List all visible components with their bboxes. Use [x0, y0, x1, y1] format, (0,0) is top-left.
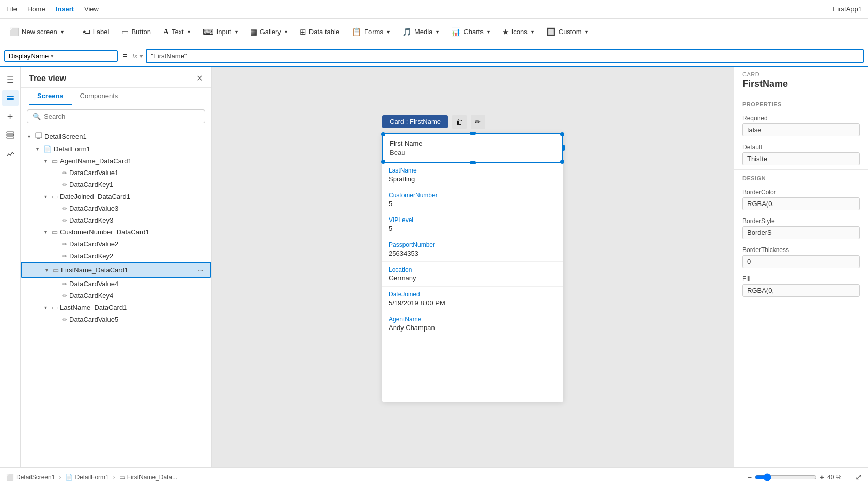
- expand-button[interactable]: ⤢: [855, 472, 862, 482]
- tree-node-lastname-dc1[interactable]: ▾ ▭ LastName_DataCard1: [21, 302, 211, 313]
- text-button[interactable]: A Text: [158, 22, 195, 42]
- field-node-icon: ✏: [62, 292, 67, 300]
- resize-handle-top[interactable]: [470, 132, 476, 135]
- tree-node-label-date-joined: DateJoined_DataCard1: [60, 193, 207, 200]
- breadcrumb-detail-form-1[interactable]: 📄 DetailForm1: [65, 474, 109, 481]
- card-node-icon: ▭: [52, 228, 58, 236]
- label-button[interactable]: 🏷 Label: [78, 22, 115, 42]
- svg-rect-0: [7, 96, 14, 97]
- new-screen-icon: ⬜: [9, 27, 19, 37]
- props-borderstyle-value[interactable]: BorderS: [742, 226, 860, 239]
- resize-handle-bl[interactable]: [381, 160, 385, 164]
- field-value-customernumber: 5: [389, 200, 557, 208]
- breadcrumb-detail-screen-1[interactable]: ⬜ DetailScreen1: [6, 474, 55, 481]
- breadcrumb-form-icon: 📄: [65, 474, 73, 481]
- tree-node-dck3[interactable]: ✏ DataCardKey3: [21, 214, 211, 226]
- sidebar-add-icon[interactable]: +: [2, 108, 19, 125]
- menu-file[interactable]: File: [6, 5, 17, 13]
- formula-fx-label: fx: [132, 52, 137, 60]
- resize-handle-tl[interactable]: [381, 132, 385, 136]
- charts-icon: 📊: [451, 27, 461, 37]
- props-required-value[interactable]: false: [742, 123, 860, 136]
- formula-property-selector[interactable]: DisplayName ▾: [4, 50, 118, 62]
- tree-node-more-button[interactable]: ···: [194, 265, 206, 275]
- search-input[interactable]: [44, 113, 199, 120]
- custom-button[interactable]: 🔲 Custom: [541, 22, 593, 42]
- tree-node-dcv1[interactable]: ✏ DataCardValue1: [21, 167, 211, 179]
- svg-rect-6: [36, 133, 42, 138]
- tree-node-label-dck3: DataCardKey3: [69, 216, 207, 224]
- card-edit-button[interactable]: ✏: [471, 115, 485, 129]
- tree-node-dcv3[interactable]: ✏ DataCardValue3: [21, 202, 211, 214]
- resize-handle-bottom[interactable]: [470, 161, 476, 164]
- forms-button[interactable]: 📋 Forms: [347, 22, 395, 42]
- canvas-field-customernumber: CustomerNumber 5: [382, 187, 563, 212]
- tree-node-label-dcv3: DataCardValue3: [69, 205, 207, 212]
- data-table-button[interactable]: ⊞ Data table: [295, 22, 345, 42]
- tree-node-dck1[interactable]: ✏ DataCardKey1: [21, 179, 211, 191]
- resize-handle-tr[interactable]: [560, 132, 564, 136]
- tree-node-firstname-dc1[interactable]: ▾ ▭ FirstName_DataCard1 ···: [21, 262, 211, 278]
- zoom-minus-button[interactable]: −: [748, 473, 752, 481]
- formula-dropdown-icon[interactable]: ▾: [139, 52, 143, 60]
- tree-node-dcv2[interactable]: ✏ DataCardValue2: [21, 238, 211, 250]
- canvas-selected-field[interactable]: First Name Beau: [382, 133, 563, 163]
- field-value-agentname: Andy Champan: [389, 324, 557, 332]
- tree-search-box: 🔍: [27, 109, 205, 123]
- input-button[interactable]: ⌨ Input: [197, 22, 243, 42]
- breadcrumb-firstname-data[interactable]: ▭ FirstName_Data...: [119, 474, 177, 481]
- tree-node-customer-num-dc1[interactable]: ▾ ▭ CustomerNumber_DataCard1: [21, 226, 211, 238]
- tree-node-dck4[interactable]: ✏ DataCardKey4: [21, 290, 211, 302]
- formula-input[interactable]: [146, 49, 864, 63]
- new-screen-button[interactable]: ⬜ New screen: [4, 22, 69, 42]
- menu-home[interactable]: Home: [27, 5, 45, 13]
- menu-insert[interactable]: Insert: [56, 5, 74, 13]
- sidebar-analytics-icon[interactable]: [2, 146, 19, 162]
- tree-node-label-agent-name: AgentName_DataCard1: [60, 157, 207, 165]
- media-button[interactable]: 🎵 Media: [397, 22, 444, 42]
- props-borderstyle-row: BorderStyle BorderS: [734, 212, 868, 241]
- props-borderthickness-value[interactable]: 0: [742, 255, 860, 268]
- tree-node-detail-screen-1[interactable]: ▾ DetailScreen1: [21, 130, 211, 143]
- tree-close-button[interactable]: ✕: [196, 73, 203, 83]
- expand-icon: ▾: [41, 229, 50, 235]
- field-node-icon: ✏: [62, 181, 67, 189]
- resize-handle-right[interactable]: [562, 145, 565, 151]
- zoom-slider[interactable]: [755, 473, 817, 481]
- search-icon: 🔍: [33, 113, 41, 120]
- sidebar-data-icon[interactable]: [2, 127, 19, 144]
- tree-node-dcv4[interactable]: ✏ DataCardValue4: [21, 278, 211, 290]
- tree-node-date-joined-dc1[interactable]: ▾ ▭ DateJoined_DataCard1: [21, 191, 211, 202]
- resize-handle-br[interactable]: [560, 160, 564, 164]
- gallery-button[interactable]: ▦ Gallery: [245, 22, 292, 42]
- field-node-icon: ✏: [62, 280, 67, 288]
- tree-tab-components[interactable]: Components: [72, 88, 127, 105]
- props-default-value[interactable]: ThisIte: [742, 152, 860, 165]
- tree-node-label-dck4: DataCardKey4: [69, 292, 207, 300]
- tree-node-dck2[interactable]: ✏ DataCardKey2: [21, 250, 211, 262]
- props-bordercolor-value[interactable]: RGBA(0,: [742, 197, 860, 210]
- breadcrumb-card-label: FirstName_Data...: [127, 474, 177, 481]
- tree-node-agent-name-dc1[interactable]: ▾ ▭ AgentName_DataCard1: [21, 155, 211, 167]
- canvas-field-datejoined: DateJoined 5/19/2019 8:00 PM: [382, 287, 563, 311]
- sidebar-layers-icon[interactable]: [2, 90, 19, 106]
- field-label-lastname: LastName: [389, 167, 557, 174]
- tree-tab-screens[interactable]: Screens: [29, 88, 72, 105]
- status-bar: ⬜ DetailScreen1 › 📄 DetailForm1 › ▭ Firs…: [0, 467, 868, 486]
- tree-node-label-detail-screen-1: DetailScreen1: [44, 133, 207, 140]
- button-button[interactable]: ▭ Button: [116, 22, 156, 42]
- icons-button[interactable]: ★ Icons: [497, 22, 539, 42]
- props-fill-value[interactable]: RGBA(0,: [742, 284, 860, 297]
- toolbar-separator-1: [73, 25, 73, 39]
- sidebar-hamburger-icon[interactable]: ☰: [2, 71, 19, 88]
- tree-node-detail-form-1[interactable]: ▾ 📄 DetailForm1: [21, 143, 211, 155]
- charts-button[interactable]: 📊 Charts: [446, 22, 494, 42]
- card-delete-button[interactable]: 🗑: [452, 115, 467, 129]
- props-bordercolor-row: BorderColor RGBA(0,: [734, 183, 868, 212]
- field-label-customernumber: CustomerNumber: [389, 192, 557, 199]
- expand-icon: ▾: [41, 194, 50, 199]
- menu-view[interactable]: View: [84, 5, 99, 13]
- zoom-plus-button[interactable]: +: [820, 473, 824, 481]
- tree-node-dcv5[interactable]: ✏ DataCardValue5: [21, 313, 211, 325]
- canvas-field-viplevel: VIPLevel 5: [382, 212, 563, 237]
